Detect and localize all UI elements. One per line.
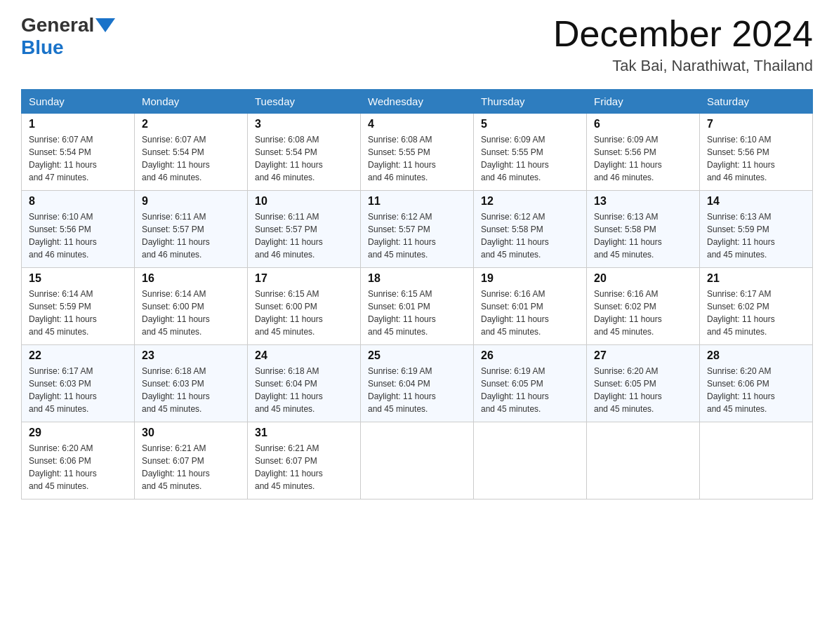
calendar-week-row: 1 Sunrise: 6:07 AM Sunset: 5:54 PM Dayli… xyxy=(22,114,813,191)
day-info: Sunrise: 6:18 AM Sunset: 6:03 PM Dayligh… xyxy=(142,365,240,415)
calendar-day-cell: 23 Sunrise: 6:18 AM Sunset: 6:03 PM Dayl… xyxy=(135,345,248,422)
logo-triangle-icon xyxy=(95,18,115,32)
day-info: Sunrise: 6:19 AM Sunset: 6:05 PM Dayligh… xyxy=(481,365,579,415)
day-number: 15 xyxy=(29,272,127,285)
day-number: 26 xyxy=(481,349,579,362)
day-number: 21 xyxy=(707,272,805,285)
day-info: Sunrise: 6:13 AM Sunset: 5:59 PM Dayligh… xyxy=(707,210,805,261)
calendar-day-cell: 19 Sunrise: 6:16 AM Sunset: 6:01 PM Dayl… xyxy=(474,268,587,345)
calendar-day-cell: 6 Sunrise: 6:09 AM Sunset: 5:56 PM Dayli… xyxy=(587,114,700,191)
day-info: Sunrise: 6:18 AM Sunset: 6:04 PM Dayligh… xyxy=(255,365,353,415)
day-number: 24 xyxy=(255,349,353,362)
calendar-day-cell: 26 Sunrise: 6:19 AM Sunset: 6:05 PM Dayl… xyxy=(474,345,587,422)
calendar-day-cell xyxy=(361,422,474,499)
day-info: Sunrise: 6:12 AM Sunset: 5:58 PM Dayligh… xyxy=(481,210,579,261)
day-info: Sunrise: 6:11 AM Sunset: 5:57 PM Dayligh… xyxy=(255,210,353,261)
day-number: 13 xyxy=(594,195,692,208)
day-info: Sunrise: 6:21 AM Sunset: 6:07 PM Dayligh… xyxy=(255,442,353,492)
calendar-day-cell: 28 Sunrise: 6:20 AM Sunset: 6:06 PM Dayl… xyxy=(700,345,813,422)
calendar-day-cell: 29 Sunrise: 6:20 AM Sunset: 6:06 PM Dayl… xyxy=(22,422,135,499)
day-info: Sunrise: 6:14 AM Sunset: 5:59 PM Dayligh… xyxy=(29,288,127,338)
day-number: 1 xyxy=(29,118,127,130)
day-number: 27 xyxy=(594,349,692,362)
day-number: 5 xyxy=(481,118,579,130)
day-of-week-header: Monday xyxy=(135,90,248,114)
day-info: Sunrise: 6:13 AM Sunset: 5:58 PM Dayligh… xyxy=(594,210,692,261)
day-info: Sunrise: 6:08 AM Sunset: 5:55 PM Dayligh… xyxy=(368,133,466,184)
calendar-day-cell: 22 Sunrise: 6:17 AM Sunset: 6:03 PM Dayl… xyxy=(22,345,135,422)
day-info: Sunrise: 6:15 AM Sunset: 6:01 PM Dayligh… xyxy=(368,288,466,338)
calendar-day-cell: 8 Sunrise: 6:10 AM Sunset: 5:56 PM Dayli… xyxy=(22,191,135,268)
day-info: Sunrise: 6:15 AM Sunset: 6:00 PM Dayligh… xyxy=(255,288,353,338)
day-info: Sunrise: 6:17 AM Sunset: 6:03 PM Dayligh… xyxy=(29,365,127,415)
day-info: Sunrise: 6:07 AM Sunset: 5:54 PM Dayligh… xyxy=(29,133,127,184)
calendar-day-cell: 16 Sunrise: 6:14 AM Sunset: 6:00 PM Dayl… xyxy=(135,268,248,345)
day-info: Sunrise: 6:19 AM Sunset: 6:04 PM Dayligh… xyxy=(368,365,466,415)
logo-blue-text: Blue xyxy=(21,36,64,59)
calendar-day-cell: 14 Sunrise: 6:13 AM Sunset: 5:59 PM Dayl… xyxy=(700,191,813,268)
calendar-week-row: 29 Sunrise: 6:20 AM Sunset: 6:06 PM Dayl… xyxy=(22,422,813,499)
day-info: Sunrise: 6:20 AM Sunset: 6:06 PM Dayligh… xyxy=(29,442,127,492)
day-number: 12 xyxy=(481,195,579,208)
day-info: Sunrise: 6:14 AM Sunset: 6:00 PM Dayligh… xyxy=(142,288,240,338)
day-info: Sunrise: 6:16 AM Sunset: 6:02 PM Dayligh… xyxy=(594,288,692,338)
day-number: 14 xyxy=(707,195,805,208)
calendar-day-cell: 15 Sunrise: 6:14 AM Sunset: 5:59 PM Dayl… xyxy=(22,268,135,345)
day-of-week-header: Thursday xyxy=(474,90,587,114)
day-info: Sunrise: 6:09 AM Sunset: 5:56 PM Dayligh… xyxy=(594,133,692,184)
calendar-day-cell: 4 Sunrise: 6:08 AM Sunset: 5:55 PM Dayli… xyxy=(361,114,474,191)
day-info: Sunrise: 6:21 AM Sunset: 6:07 PM Dayligh… xyxy=(142,442,240,492)
calendar-day-cell xyxy=(474,422,587,499)
calendar-day-cell: 7 Sunrise: 6:10 AM Sunset: 5:56 PM Dayli… xyxy=(700,114,813,191)
day-number: 25 xyxy=(368,349,466,362)
day-info: Sunrise: 6:10 AM Sunset: 5:56 PM Dayligh… xyxy=(29,210,127,261)
day-info: Sunrise: 6:08 AM Sunset: 5:54 PM Dayligh… xyxy=(255,133,353,184)
calendar-day-cell: 21 Sunrise: 6:17 AM Sunset: 6:02 PM Dayl… xyxy=(700,268,813,345)
calendar-day-cell: 3 Sunrise: 6:08 AM Sunset: 5:54 PM Dayli… xyxy=(248,114,361,191)
day-of-week-header: Wednesday xyxy=(361,90,474,114)
calendar-day-cell: 12 Sunrise: 6:12 AM Sunset: 5:58 PM Dayl… xyxy=(474,191,587,268)
calendar-day-cell: 25 Sunrise: 6:19 AM Sunset: 6:04 PM Dayl… xyxy=(361,345,474,422)
calendar-table: SundayMondayTuesdayWednesdayThursdayFrid… xyxy=(21,89,813,499)
day-number: 28 xyxy=(707,349,805,362)
logo: General Blue xyxy=(21,14,117,59)
day-number: 22 xyxy=(29,349,127,362)
day-info: Sunrise: 6:20 AM Sunset: 6:05 PM Dayligh… xyxy=(594,365,692,415)
calendar-week-row: 8 Sunrise: 6:10 AM Sunset: 5:56 PM Dayli… xyxy=(22,191,813,268)
calendar-day-cell: 17 Sunrise: 6:15 AM Sunset: 6:00 PM Dayl… xyxy=(248,268,361,345)
day-number: 3 xyxy=(255,118,353,130)
day-number: 16 xyxy=(142,272,240,285)
location-title: Tak Bai, Narathiwat, Thailand xyxy=(553,57,813,75)
calendar-week-row: 22 Sunrise: 6:17 AM Sunset: 6:03 PM Dayl… xyxy=(22,345,813,422)
calendar-day-cell xyxy=(700,422,813,499)
calendar-header-row: SundayMondayTuesdayWednesdayThursdayFrid… xyxy=(22,90,813,114)
logo-general-text: General xyxy=(21,14,94,36)
day-info: Sunrise: 6:11 AM Sunset: 5:57 PM Dayligh… xyxy=(142,210,240,261)
calendar-day-cell: 31 Sunrise: 6:21 AM Sunset: 6:07 PM Dayl… xyxy=(248,422,361,499)
day-info: Sunrise: 6:20 AM Sunset: 6:06 PM Dayligh… xyxy=(707,365,805,415)
page-header: General Blue December 2024 Tak Bai, Nara… xyxy=(21,14,813,75)
day-number: 29 xyxy=(29,427,127,439)
calendar-day-cell xyxy=(587,422,700,499)
day-number: 7 xyxy=(707,118,805,130)
calendar-day-cell: 1 Sunrise: 6:07 AM Sunset: 5:54 PM Dayli… xyxy=(22,114,135,191)
day-of-week-header: Sunday xyxy=(22,90,135,114)
day-number: 6 xyxy=(594,118,692,130)
calendar-day-cell: 2 Sunrise: 6:07 AM Sunset: 5:54 PM Dayli… xyxy=(135,114,248,191)
calendar-day-cell: 10 Sunrise: 6:11 AM Sunset: 5:57 PM Dayl… xyxy=(248,191,361,268)
day-of-week-header: Saturday xyxy=(700,90,813,114)
day-number: 20 xyxy=(594,272,692,285)
calendar-day-cell: 13 Sunrise: 6:13 AM Sunset: 5:58 PM Dayl… xyxy=(587,191,700,268)
day-number: 23 xyxy=(142,349,240,362)
day-of-week-header: Friday xyxy=(587,90,700,114)
day-of-week-header: Tuesday xyxy=(248,90,361,114)
calendar-week-row: 15 Sunrise: 6:14 AM Sunset: 5:59 PM Dayl… xyxy=(22,268,813,345)
calendar-day-cell: 9 Sunrise: 6:11 AM Sunset: 5:57 PM Dayli… xyxy=(135,191,248,268)
day-number: 9 xyxy=(142,195,240,208)
calendar-day-cell: 27 Sunrise: 6:20 AM Sunset: 6:05 PM Dayl… xyxy=(587,345,700,422)
calendar-day-cell: 30 Sunrise: 6:21 AM Sunset: 6:07 PM Dayl… xyxy=(135,422,248,499)
day-number: 19 xyxy=(481,272,579,285)
day-number: 11 xyxy=(368,195,466,208)
calendar-day-cell: 5 Sunrise: 6:09 AM Sunset: 5:55 PM Dayli… xyxy=(474,114,587,191)
day-number: 30 xyxy=(142,427,240,439)
